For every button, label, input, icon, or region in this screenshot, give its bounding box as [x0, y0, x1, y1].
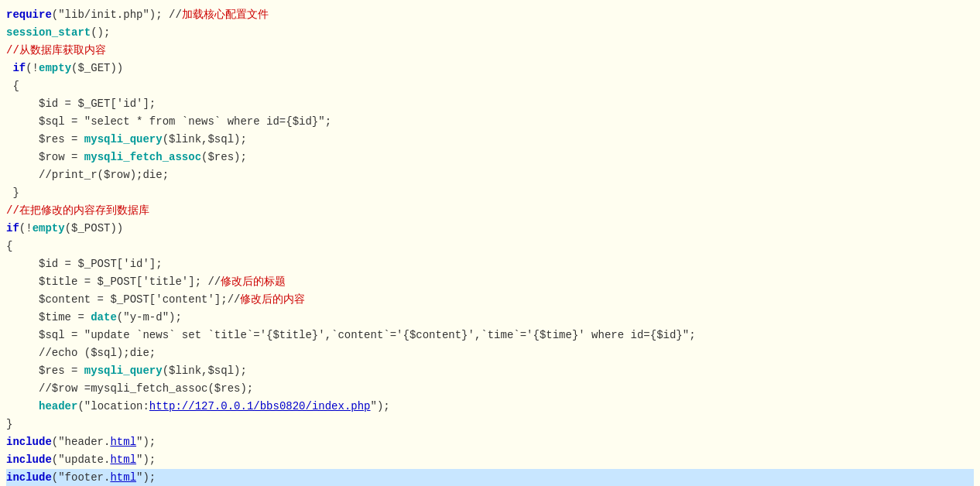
code-token: http://127.0.0.1/bbs0820/index.php	[149, 400, 371, 412]
code-token: //在把修改的内容存到数据库	[6, 204, 149, 217]
code-token: //print_r($row);die;	[6, 169, 169, 181]
code-token: ($link,$sql);	[163, 364, 247, 377]
code-token	[6, 400, 39, 412]
code-token: }	[6, 418, 12, 430]
code-token: require	[6, 9, 52, 21]
code-token: $res =	[6, 133, 84, 145]
code-token: $title = $_POST['title']; //	[6, 276, 221, 288]
code-token: ");	[371, 400, 390, 412]
code-token: html	[110, 436, 136, 448]
code-token: session_start	[6, 26, 91, 39]
code-token: ("footer.	[52, 471, 111, 484]
code-token: $sql = "select * from `news` where id={$…	[6, 115, 331, 128]
code-token: include	[6, 471, 52, 484]
code-token: (!	[19, 222, 33, 234]
code-token: ($res);	[201, 151, 247, 163]
code-token: ($_POST))	[65, 222, 124, 234]
code-token: $id = $_POST['id'];	[6, 258, 163, 270]
code-token: ("lib/init.php"); //	[52, 9, 182, 21]
code-token: include	[6, 453, 52, 466]
code-token: ");	[136, 471, 156, 484]
code-token: if	[12, 62, 26, 74]
code-token: //echo ($sql);die;	[6, 347, 156, 359]
code-token: include	[6, 436, 52, 448]
code-token: $time =	[6, 311, 91, 323]
code-token: ");	[136, 436, 156, 448]
code-token: 修改后的内容	[240, 293, 305, 306]
code-token: //$row =mysqli_fetch_assoc($res);	[6, 382, 253, 395]
code-token: mysqli_query	[84, 364, 163, 377]
code-token: date	[91, 311, 117, 323]
code-token: ("update.	[52, 453, 111, 466]
code-token: if	[6, 222, 19, 234]
code-token: ("header.	[52, 436, 111, 448]
code-token: ($link,$sql);	[163, 133, 247, 145]
code-token: {	[6, 240, 12, 252]
code-token: //从数据库获取内容	[6, 44, 106, 56]
code-token: ($_GET))	[71, 62, 123, 74]
code-token: html	[110, 453, 136, 466]
code-token: $row =	[6, 151, 84, 163]
code-token: empty	[33, 222, 65, 234]
code-token: mysqli_fetch_assoc	[84, 151, 201, 163]
code-token: }	[6, 187, 19, 199]
code-token: $id = $_GET['id'];	[6, 98, 156, 110]
code-token: ();	[91, 26, 110, 39]
code-editor: require("lib/init.php"); //加载核心配置文件 sess…	[0, 3, 980, 486]
code-token: ("y-m-d");	[117, 311, 182, 323]
code-token: $res =	[6, 364, 84, 377]
code-token: ("location:	[77, 400, 149, 412]
code-token: mysqli_query	[84, 133, 163, 145]
code-token: empty	[39, 62, 71, 74]
code-token: (!	[26, 62, 39, 74]
code-token: header	[39, 400, 77, 412]
code-token: html	[110, 471, 136, 484]
code-token: 加载核心配置文件	[182, 9, 269, 21]
code-token: ");	[136, 453, 156, 466]
code-token: $content = $_POST['content'];//	[6, 293, 240, 306]
code-token: {	[6, 80, 19, 92]
code-token: $sql = "update `news` set `title`='{$tit…	[6, 329, 696, 341]
code-token: 修改后的标题	[221, 276, 286, 288]
